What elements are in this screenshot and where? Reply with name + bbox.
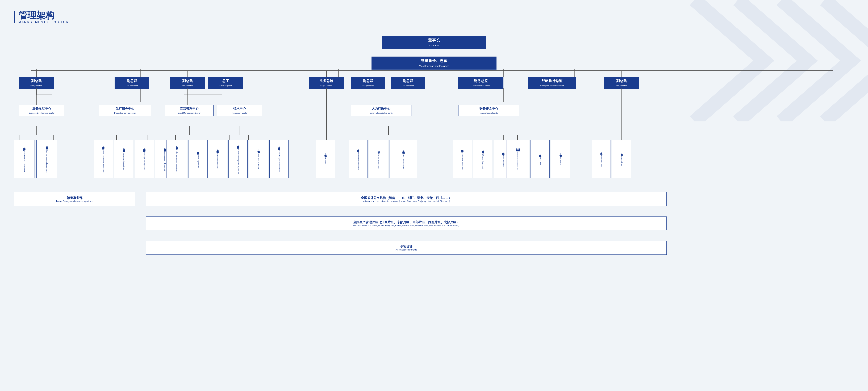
v-quality <box>148 135 148 140</box>
vp2-node: 副总裁 vice president <box>115 77 149 89</box>
h-vp4-vp5-right <box>408 88 408 88</box>
chairman-node: 董事长 Chairman <box>382 36 486 49</box>
v-vp3-direct <box>187 88 188 105</box>
dept-eng-node: 工程管理部 Engineering Management Department <box>94 140 113 178</box>
v-quality2 <box>158 135 158 140</box>
footer-row-2: 全国生产管理片区（江西片区、东部片区、南部片区、西部片区、北部片区） Natio… <box>146 217 666 230</box>
v-hr <box>388 88 389 105</box>
dept-audit-node: 审计部 Audit department <box>551 140 570 178</box>
v-infoflow <box>248 135 249 140</box>
v-proj-finance <box>483 135 483 140</box>
vp3-node: 副总裁 vice president <box>170 77 205 89</box>
v-vp6-down <box>621 88 622 140</box>
org-chart: 董事长 Chairman 副董事长、总裁 Vice Chairman and P… <box>14 33 854 362</box>
h-line-level2 <box>31 70 833 71</box>
v-admin-dept <box>377 135 377 140</box>
hr-admin-node: 人力行政中心 Human administration center <box>351 105 411 116</box>
direct-mgmt-node: 直营管理中心 Direct Management Center <box>165 105 214 116</box>
page-container: 管理架构 MANAGEMENT STRUCTURE <box>0 0 868 372</box>
dept-techsvc-node: 技术服务部 Technical service department <box>208 140 227 178</box>
v-vp6 <box>621 71 622 77</box>
dept-boardoffice-node: 董事长办公室 Chairman Office <box>530 140 550 178</box>
dept-debt-node: 清欠办 Debt settlement Office <box>592 140 611 178</box>
h-prodsvc-children <box>101 135 158 135</box>
v-vp1 <box>36 71 37 77</box>
tech-center-node: 技术中心 Technology Center <box>217 105 262 116</box>
vp5-node: 副总裁 vice president <box>391 77 425 89</box>
v-market <box>19 135 20 140</box>
dept-scitech-node: 科技研发部 Science and technology R&D departm… <box>228 140 248 178</box>
footer-row-1b: 全国省外分支机构（河南、山东、浙江、湖北、安徽、四川……） National b… <box>146 192 666 206</box>
dept-legal-node: 法务部 Legal department <box>316 140 335 178</box>
v-eng <box>101 135 101 140</box>
biz-dev-node: 业务发展中心 Business Development Center <box>19 105 64 116</box>
v-corp-finance <box>462 135 462 140</box>
cfo-node: 财务总监 Chief financial officer <box>458 77 503 89</box>
v-debt <box>601 135 601 140</box>
v-legal <box>327 71 327 77</box>
dept-safety-node: 安全管理部 Safety management department <box>135 140 154 178</box>
strategic-dir-node: 战略执行总监 Strategic Executive Director <box>528 77 576 89</box>
v-direct-down <box>189 126 190 135</box>
dept-zhongpingind-node: 中恒产业 Zhongping Industry <box>612 140 631 178</box>
h-bizdev-children <box>19 135 54 135</box>
h-hradmin-children <box>358 135 419 135</box>
dept-market-node: 市场开发部 Market development department <box>14 140 35 178</box>
v-zhongping <box>396 135 396 140</box>
vp6-node: 副总裁 vice president <box>604 77 639 89</box>
title-cn: 管理架构 <box>19 10 71 20</box>
v-financing <box>503 135 504 140</box>
v-opsmgmt2 <box>267 135 267 140</box>
v-legal-down <box>327 88 327 140</box>
v-zhongping-ind <box>621 135 622 140</box>
h-direct-children <box>175 135 203 135</box>
v-chief-eng <box>226 71 226 77</box>
v-audit <box>587 135 587 140</box>
v-zhongping2 <box>419 135 419 140</box>
v-strategic-down <box>552 88 552 140</box>
v-opsmgmt <box>54 135 54 140</box>
dept-corpfin-node: 公司财务部 Corporate finance department <box>453 140 472 178</box>
dept-admin-node: 行政部 Administration Department <box>369 140 388 178</box>
v-cfo <box>481 71 481 77</box>
v-line-vc <box>434 67 434 71</box>
v-hradmin-down <box>389 126 389 135</box>
dept-opsmgmt2-node: 运营管理部 Operations Management Department <box>270 140 288 178</box>
v-vp4 <box>368 71 368 77</box>
title-en: MANAGEMENT STRUCTURE <box>19 20 71 24</box>
prod-svc-node: 生产服务中心 Production service center <box>99 105 151 116</box>
v-chief-tech <box>226 88 226 105</box>
vp1-node: 副总裁 vice president <box>19 77 54 89</box>
v-vp1-biz <box>36 88 37 105</box>
v-cfo-fin <box>481 88 481 105</box>
v-bizdev-down <box>36 126 37 135</box>
h-tech-children <box>210 135 267 135</box>
v-vp5 <box>408 71 408 77</box>
v-direct-sales <box>175 135 176 140</box>
v-tech-down <box>240 126 240 135</box>
chief-eng-node: 总工 Chief engineer <box>208 77 243 89</box>
line-c-vc <box>434 50 434 57</box>
dept-opsmgmt-node: 运营管理部 Operation management department <box>36 140 57 178</box>
v-scitech <box>229 135 229 140</box>
dept-directsales-node: 直销管理部 Direct sales management department <box>166 140 187 178</box>
dept-hr-node: 人力资源部 Human Resources department <box>349 140 368 178</box>
footer-row-1a: 赣粤事业部 Jiangxi Guangdong business departm… <box>14 192 135 206</box>
footer-row-3: 各项目部 All project departments <box>146 241 666 255</box>
v-stratplan <box>517 135 518 140</box>
v-vp3 <box>187 71 188 77</box>
dept-infoflow-node: 信息流程部 Information flow Department <box>249 140 268 178</box>
finance-capital-node: 财务资金中心 Financial capital center <box>458 105 519 116</box>
page-title-block: 管理架构 MANAGEMENT STRUCTURE <box>14 10 854 24</box>
v-safety <box>132 135 132 140</box>
v-hr-dept <box>358 135 358 140</box>
title-bar <box>14 11 15 23</box>
v-vp6-3 <box>642 135 642 140</box>
v-prodsvc-down <box>132 126 132 135</box>
dept-projfin-node: 项目财务部 Project finance department <box>473 140 492 178</box>
v-strategic <box>552 71 552 77</box>
v-fincap-down <box>489 126 489 135</box>
legal-dir-node: 法务总监 Legal Director <box>309 77 344 89</box>
v-labor <box>116 135 117 140</box>
v-vp2 <box>132 71 132 77</box>
